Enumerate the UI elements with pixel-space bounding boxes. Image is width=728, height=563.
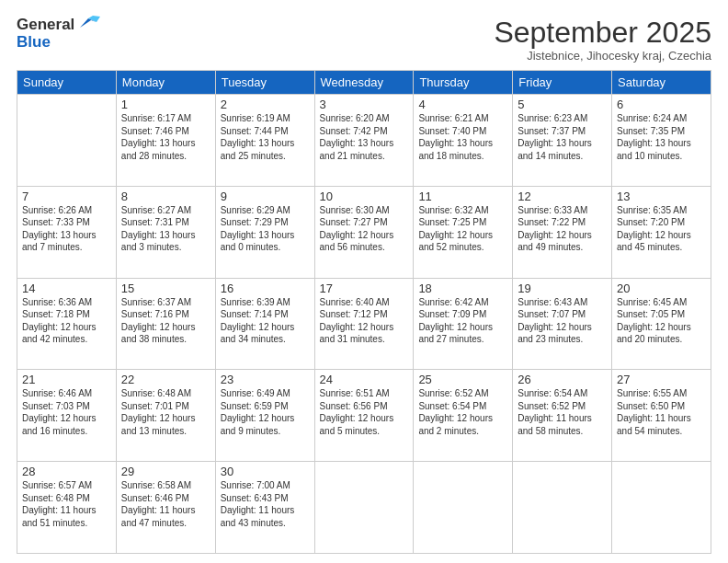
weekday-header-thursday: Thursday xyxy=(414,71,513,95)
calendar-week-row: 28Sunrise: 6:57 AMSunset: 6:48 PMDayligh… xyxy=(17,462,711,554)
weekday-header-tuesday: Tuesday xyxy=(215,71,314,95)
cell-content: Sunrise: 6:46 AMSunset: 7:03 PMDaylight:… xyxy=(22,387,111,437)
logo-blue: Blue xyxy=(17,34,100,52)
day-number: 29 xyxy=(121,465,210,478)
day-number: 25 xyxy=(418,373,507,386)
calendar-cell: 1Sunrise: 6:17 AMSunset: 7:46 PMDaylight… xyxy=(116,95,215,187)
cell-content: Sunrise: 6:36 AMSunset: 7:18 PMDaylight:… xyxy=(22,296,111,346)
day-number: 11 xyxy=(418,190,507,203)
calendar-cell: 27Sunrise: 6:55 AMSunset: 6:50 PMDayligh… xyxy=(612,370,711,462)
day-number: 7 xyxy=(22,190,111,203)
weekday-header-saturday: Saturday xyxy=(612,71,711,95)
calendar-cell: 24Sunrise: 6:51 AMSunset: 6:56 PMDayligh… xyxy=(314,370,414,462)
day-number: 27 xyxy=(617,373,706,386)
calendar-cell xyxy=(17,95,117,187)
logo-general: General xyxy=(17,17,74,34)
calendar-cell: 13Sunrise: 6:35 AMSunset: 7:20 PMDayligh… xyxy=(612,186,711,278)
day-number: 1 xyxy=(121,98,210,111)
cell-content: Sunrise: 6:24 AMSunset: 7:35 PMDaylight:… xyxy=(617,112,706,162)
cell-content: Sunrise: 7:00 AMSunset: 6:43 PMDaylight:… xyxy=(221,479,310,529)
calendar-cell: 25Sunrise: 6:52 AMSunset: 6:54 PMDayligh… xyxy=(414,370,513,462)
calendar-cell: 26Sunrise: 6:54 AMSunset: 6:52 PMDayligh… xyxy=(513,370,612,462)
calendar-cell: 20Sunrise: 6:45 AMSunset: 7:05 PMDayligh… xyxy=(612,278,711,370)
weekday-header-sunday: Sunday xyxy=(17,71,117,95)
calendar-cell: 30Sunrise: 7:00 AMSunset: 6:43 PMDayligh… xyxy=(215,462,314,554)
cell-content: Sunrise: 6:40 AMSunset: 7:12 PMDaylight:… xyxy=(320,296,409,346)
calendar-week-row: 21Sunrise: 6:46 AMSunset: 7:03 PMDayligh… xyxy=(17,370,711,462)
weekday-header-friday: Friday xyxy=(513,71,612,95)
calendar-cell: 6Sunrise: 6:24 AMSunset: 7:35 PMDaylight… xyxy=(612,95,711,187)
cell-content: Sunrise: 6:26 AMSunset: 7:33 PMDaylight:… xyxy=(22,204,111,254)
cell-content: Sunrise: 6:52 AMSunset: 6:54 PMDaylight:… xyxy=(418,387,507,437)
day-number: 14 xyxy=(22,282,111,295)
month-title: September 2025 xyxy=(494,17,711,49)
calendar-cell xyxy=(414,462,513,554)
day-number: 30 xyxy=(221,465,310,478)
calendar-cell: 18Sunrise: 6:42 AMSunset: 7:09 PMDayligh… xyxy=(414,278,513,370)
cell-content: Sunrise: 6:19 AMSunset: 7:44 PMDaylight:… xyxy=(221,112,310,162)
cell-content: Sunrise: 6:45 AMSunset: 7:05 PMDaylight:… xyxy=(617,296,706,346)
calendar-cell: 12Sunrise: 6:33 AMSunset: 7:22 PMDayligh… xyxy=(513,186,612,278)
cell-content: Sunrise: 6:30 AMSunset: 7:27 PMDaylight:… xyxy=(320,204,409,254)
day-number: 28 xyxy=(22,465,111,478)
cell-content: Sunrise: 6:48 AMSunset: 7:01 PMDaylight:… xyxy=(121,387,210,437)
location: Jistebnice, Jihocesky kraj, Czechia xyxy=(494,49,711,63)
calendar-cell: 5Sunrise: 6:23 AMSunset: 7:37 PMDaylight… xyxy=(513,95,612,187)
cell-content: Sunrise: 6:49 AMSunset: 6:59 PMDaylight:… xyxy=(221,387,310,437)
cell-content: Sunrise: 6:58 AMSunset: 6:46 PMDaylight:… xyxy=(121,479,210,529)
calendar-week-row: 7Sunrise: 6:26 AMSunset: 7:33 PMDaylight… xyxy=(17,186,711,278)
calendar-cell: 11Sunrise: 6:32 AMSunset: 7:25 PMDayligh… xyxy=(414,186,513,278)
calendar-cell xyxy=(612,462,711,554)
calendar-week-row: 14Sunrise: 6:36 AMSunset: 7:18 PMDayligh… xyxy=(17,278,711,370)
calendar-cell: 29Sunrise: 6:58 AMSunset: 6:46 PMDayligh… xyxy=(116,462,215,554)
calendar-cell: 9Sunrise: 6:29 AMSunset: 7:29 PMDaylight… xyxy=(215,186,314,278)
calendar-cell: 22Sunrise: 6:48 AMSunset: 7:01 PMDayligh… xyxy=(116,370,215,462)
day-number: 15 xyxy=(121,282,210,295)
logo-bird-icon xyxy=(76,15,100,33)
calendar-cell: 28Sunrise: 6:57 AMSunset: 6:48 PMDayligh… xyxy=(17,462,117,554)
calendar-cell xyxy=(314,462,414,554)
day-number: 18 xyxy=(418,282,507,295)
calendar-cell: 19Sunrise: 6:43 AMSunset: 7:07 PMDayligh… xyxy=(513,278,612,370)
day-number: 5 xyxy=(518,98,607,111)
cell-content: Sunrise: 6:43 AMSunset: 7:07 PMDaylight:… xyxy=(518,296,607,346)
calendar-cell: 8Sunrise: 6:27 AMSunset: 7:31 PMDaylight… xyxy=(116,186,215,278)
cell-content: Sunrise: 6:20 AMSunset: 7:42 PMDaylight:… xyxy=(320,112,409,162)
cell-content: Sunrise: 6:35 AMSunset: 7:20 PMDaylight:… xyxy=(617,204,706,254)
day-number: 16 xyxy=(221,282,310,295)
day-number: 8 xyxy=(121,190,210,203)
cell-content: Sunrise: 6:39 AMSunset: 7:14 PMDaylight:… xyxy=(221,296,310,346)
day-number: 21 xyxy=(22,373,111,386)
day-number: 10 xyxy=(320,190,409,203)
cell-content: Sunrise: 6:32 AMSunset: 7:25 PMDaylight:… xyxy=(418,204,507,254)
calendar-cell: 4Sunrise: 6:21 AMSunset: 7:40 PMDaylight… xyxy=(414,95,513,187)
weekday-header-monday: Monday xyxy=(116,71,215,95)
cell-content: Sunrise: 6:23 AMSunset: 7:37 PMDaylight:… xyxy=(518,112,607,162)
cell-content: Sunrise: 6:42 AMSunset: 7:09 PMDaylight:… xyxy=(418,296,507,346)
calendar-cell: 10Sunrise: 6:30 AMSunset: 7:27 PMDayligh… xyxy=(314,186,414,278)
cell-content: Sunrise: 6:33 AMSunset: 7:22 PMDaylight:… xyxy=(518,204,607,254)
day-number: 4 xyxy=(418,98,507,111)
day-number: 26 xyxy=(518,373,607,386)
cell-content: Sunrise: 6:27 AMSunset: 7:31 PMDaylight:… xyxy=(121,204,210,254)
day-number: 3 xyxy=(320,98,409,111)
cell-content: Sunrise: 6:55 AMSunset: 6:50 PMDaylight:… xyxy=(617,387,706,437)
day-number: 24 xyxy=(320,373,409,386)
calendar-cell: 2Sunrise: 6:19 AMSunset: 7:44 PMDaylight… xyxy=(215,95,314,187)
day-number: 22 xyxy=(121,373,210,386)
page-header: General Blue September 2025 Jistebnice, … xyxy=(17,17,711,63)
weekday-header-wednesday: Wednesday xyxy=(314,71,414,95)
day-number: 2 xyxy=(221,98,310,111)
day-number: 17 xyxy=(320,282,409,295)
calendar-table: SundayMondayTuesdayWednesdayThursdayFrid… xyxy=(17,70,711,554)
calendar-cell: 23Sunrise: 6:49 AMSunset: 6:59 PMDayligh… xyxy=(215,370,314,462)
calendar-cell: 3Sunrise: 6:20 AMSunset: 7:42 PMDaylight… xyxy=(314,95,414,187)
day-number: 23 xyxy=(221,373,310,386)
cell-content: Sunrise: 6:21 AMSunset: 7:40 PMDaylight:… xyxy=(418,112,507,162)
day-number: 20 xyxy=(617,282,706,295)
day-number: 12 xyxy=(518,190,607,203)
cell-content: Sunrise: 6:54 AMSunset: 6:52 PMDaylight:… xyxy=(518,387,607,437)
cell-content: Sunrise: 6:37 AMSunset: 7:16 PMDaylight:… xyxy=(121,296,210,346)
calendar-cell xyxy=(513,462,612,554)
cell-content: Sunrise: 6:51 AMSunset: 6:56 PMDaylight:… xyxy=(320,387,409,437)
